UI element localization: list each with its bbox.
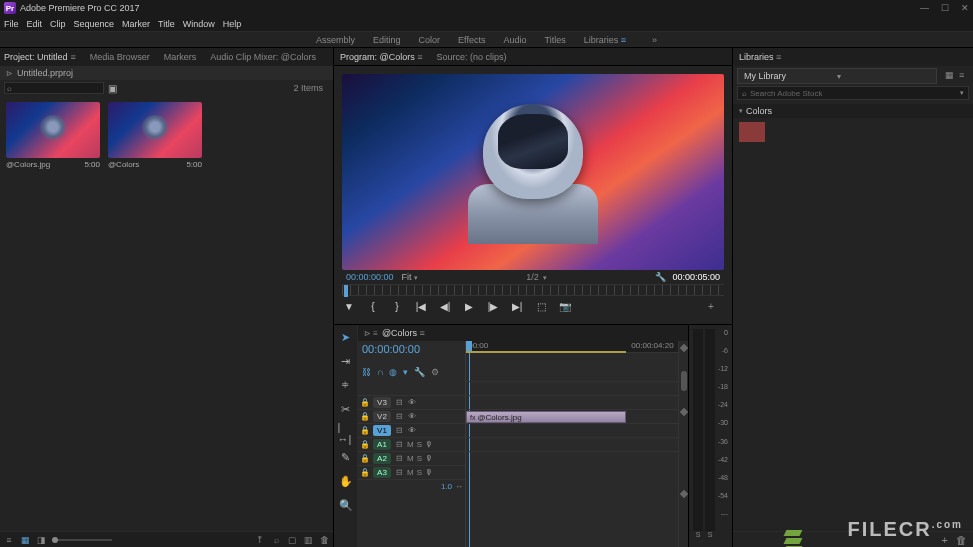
step-forward-icon[interactable]: |▶ — [486, 299, 500, 313]
timeline-clip[interactable]: fx @Colors.jpg — [466, 411, 626, 423]
menu-clip[interactable]: Clip — [50, 19, 66, 29]
icon-view-icon[interactable]: ▦ — [20, 535, 30, 545]
play-icon[interactable]: ▶ — [462, 299, 476, 313]
settings-icon[interactable]: ⚙ — [431, 367, 439, 381]
sync-lock-icon[interactable]: ⊟ — [394, 426, 404, 435]
workspace-assembly[interactable]: Assembly — [316, 35, 355, 45]
track-label[interactable]: A2 — [373, 453, 391, 464]
tab-project[interactable]: Project: Untitled — [4, 52, 76, 62]
solo-button[interactable]: S — [417, 440, 422, 449]
goto-out-icon[interactable]: ▶| — [510, 299, 524, 313]
workspace-color[interactable]: Color — [419, 35, 441, 45]
timecode-in[interactable]: 00:00:00:00 — [346, 272, 394, 282]
lock-icon[interactable]: 🔒 — [360, 412, 370, 421]
menu-title[interactable]: Title — [158, 19, 175, 29]
delete-button[interactable]: 🗑 — [956, 534, 967, 546]
workspace-audio[interactable]: Audio — [503, 35, 526, 45]
library-section-header[interactable]: ▾ Colors — [733, 104, 973, 118]
timeline-settings-icon[interactable]: ▾ — [403, 367, 408, 381]
grid-view-icon[interactable]: ▦ — [945, 70, 955, 80]
menu-file[interactable]: File — [4, 19, 19, 29]
tracks-scrollbar[interactable] — [678, 341, 688, 547]
list-view-icon[interactable]: ≡ — [4, 535, 14, 545]
mute-button[interactable]: M — [407, 468, 414, 477]
monitor-scrubber[interactable] — [342, 284, 724, 296]
pen-tool-icon[interactable]: ✎ — [338, 449, 354, 465]
button-editor-icon[interactable]: + — [704, 299, 718, 313]
timecode-out[interactable]: 00:00:05:00 — [672, 272, 720, 282]
tab-source[interactable]: Source: (no clips) — [436, 52, 506, 62]
lock-icon[interactable]: 🔒 — [360, 398, 370, 407]
track-label[interactable]: A1 — [373, 439, 391, 450]
scrollbar-thumb[interactable] — [681, 371, 687, 391]
workspace-editing[interactable]: Editing — [373, 35, 401, 45]
time-ruler[interactable]: :00:00 00:00:04:20 — [466, 341, 678, 353]
track-lane-v1[interactable]: fx @Colors.jpg — [466, 409, 678, 423]
clip-item[interactable]: @Colors.jpg 5:00 — [6, 102, 100, 169]
snap-icon[interactable]: ⛓ — [362, 367, 371, 381]
search-input[interactable]: ⌕ — [4, 82, 104, 94]
new-item-button[interactable]: ▥ — [303, 535, 313, 545]
lock-icon[interactable]: 🔒 — [360, 426, 370, 435]
lock-icon[interactable]: 🔒 — [360, 440, 370, 449]
tab-markers[interactable]: Markers — [164, 52, 197, 62]
tab-media-browser[interactable]: Media Browser — [90, 52, 150, 62]
track-label[interactable]: A3 — [373, 467, 391, 478]
voiceover-icon[interactable]: 🎙 — [425, 454, 433, 463]
sync-lock-icon[interactable]: ⊟ — [394, 468, 404, 477]
new-bin-button[interactable]: ▢ — [287, 535, 297, 545]
track-lane-v3[interactable] — [466, 381, 678, 395]
voiceover-icon[interactable]: 🎙 — [425, 468, 433, 477]
ripple-edit-tool-icon[interactable]: ⫩ — [338, 377, 354, 393]
sync-lock-icon[interactable]: ⊟ — [394, 454, 404, 463]
eye-icon[interactable]: 👁 — [407, 398, 417, 407]
voiceover-icon[interactable]: 🎙 — [425, 440, 433, 449]
channel-label[interactable]: S — [693, 531, 703, 543]
library-search[interactable]: ⌕ Search Adobe Stock ▾ — [737, 86, 969, 100]
timeline-timecode[interactable]: 00:00:00:00 — [362, 343, 461, 355]
resolution-dropdown[interactable]: 1/2 ▾ — [526, 272, 546, 282]
mark-out-icon[interactable]: } — [390, 299, 404, 313]
playhead[interactable] — [466, 341, 472, 351]
channel-label[interactable]: S — [705, 531, 715, 543]
mute-button[interactable]: M — [407, 440, 414, 449]
track-label[interactable]: V3 — [373, 397, 391, 408]
close-button[interactable]: ✕ — [961, 3, 969, 13]
fit-dropdown[interactable]: Fit▾ — [402, 272, 418, 282]
lock-icon[interactable]: 🔒 — [360, 468, 370, 477]
menu-marker[interactable]: Marker — [122, 19, 150, 29]
linked-selection-icon[interactable]: ∩ — [377, 367, 383, 381]
lift-icon[interactable]: ⬚ — [534, 299, 548, 313]
monitor-display[interactable] — [342, 74, 724, 270]
hand-tool-icon[interactable]: ✋ — [338, 473, 354, 489]
workspace-effects[interactable]: Effects — [458, 35, 485, 45]
add-button[interactable]: + — [942, 534, 948, 546]
find-icon[interactable]: ⌕ — [271, 535, 281, 545]
track-label[interactable]: V2 — [373, 411, 391, 422]
marker-icon[interactable]: ▼ — [342, 299, 356, 313]
tab-libraries[interactable]: Libraries — [739, 52, 781, 62]
menu-help[interactable]: Help — [223, 19, 242, 29]
solo-button[interactable]: S — [417, 454, 422, 463]
export-frame-icon[interactable]: 📷 — [558, 299, 572, 313]
selection-tool-icon[interactable]: ➤ — [338, 329, 354, 345]
clip-item[interactable]: @Colors 5:00 — [108, 102, 202, 169]
mark-in-icon[interactable]: { — [366, 299, 380, 313]
workspace-overflow-button[interactable]: » — [652, 35, 657, 45]
menu-sequence[interactable]: Sequence — [74, 19, 115, 29]
zoom-slider[interactable] — [52, 539, 112, 541]
goto-in-icon[interactable]: |◀ — [414, 299, 428, 313]
mute-button[interactable]: M — [407, 454, 414, 463]
menu-edit[interactable]: Edit — [27, 19, 43, 29]
freeform-view-icon[interactable]: ◨ — [36, 535, 46, 545]
sync-lock-icon[interactable]: ⊟ — [394, 412, 404, 421]
razor-tool-icon[interactable]: ✂ — [338, 401, 354, 417]
list-view-icon[interactable]: ≡ — [959, 70, 969, 80]
delete-button[interactable]: 🗑 — [319, 535, 329, 545]
settings-icon[interactable]: 🔧 — [655, 272, 666, 282]
track-lane-a1[interactable] — [466, 423, 678, 437]
auto-sequence-icon[interactable]: ⤒ — [255, 535, 265, 545]
solo-button[interactable]: S — [417, 468, 422, 477]
zoom-value[interactable]: 1.0 — [441, 482, 452, 491]
sync-lock-icon[interactable]: ⊟ — [394, 398, 404, 407]
